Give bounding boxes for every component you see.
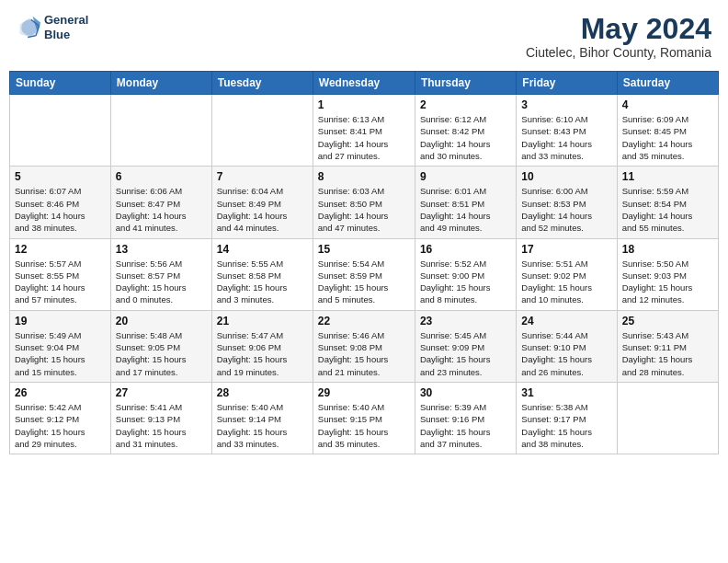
day-number: 5: [15, 170, 106, 183]
calendar-cell: 28Sunrise: 5:40 AM Sunset: 9:14 PM Dayli…: [211, 382, 313, 454]
day-info: Sunrise: 6:06 AM Sunset: 8:47 PM Dayligh…: [116, 185, 207, 234]
calendar-cell: [211, 95, 313, 167]
day-info: Sunrise: 5:49 AM Sunset: 9:04 PM Dayligh…: [15, 329, 106, 378]
calendar-cell: 5Sunrise: 6:07 AM Sunset: 8:46 PM Daylig…: [10, 167, 111, 238]
calendar-cell: 11Sunrise: 5:59 AM Sunset: 8:54 PM Dayli…: [617, 167, 718, 238]
calendar-cell: 24Sunrise: 5:44 AM Sunset: 9:10 PM Dayli…: [517, 310, 617, 382]
day-info: Sunrise: 5:48 AM Sunset: 9:05 PM Dayligh…: [116, 329, 207, 378]
day-number: 25: [622, 315, 713, 327]
day-number: 9: [420, 170, 511, 183]
day-info: Sunrise: 5:57 AM Sunset: 8:55 PM Dayligh…: [15, 258, 106, 306]
day-number: 4: [622, 98, 713, 111]
day-info: Sunrise: 5:45 AM Sunset: 9:09 PM Dayligh…: [420, 329, 511, 378]
calendar-cell: 9Sunrise: 6:01 AM Sunset: 8:51 PM Daylig…: [415, 167, 516, 238]
day-info: Sunrise: 5:56 AM Sunset: 8:57 PM Dayligh…: [116, 258, 207, 306]
day-number: 31: [521, 386, 611, 399]
calendar-cell: 19Sunrise: 5:49 AM Sunset: 9:04 PM Dayli…: [10, 310, 111, 382]
day-info: Sunrise: 6:10 AM Sunset: 8:43 PM Dayligh…: [521, 113, 611, 162]
weekday-header-sunday: Sunday: [10, 72, 111, 95]
calendar-cell: 26Sunrise: 5:42 AM Sunset: 9:12 PM Dayli…: [10, 382, 111, 454]
day-info: Sunrise: 5:43 AM Sunset: 9:11 PM Dayligh…: [622, 329, 713, 378]
calendar-cell: 10Sunrise: 6:00 AM Sunset: 8:53 PM Dayli…: [517, 167, 617, 238]
day-number: 23: [420, 315, 511, 327]
day-info: Sunrise: 5:52 AM Sunset: 9:00 PM Dayligh…: [420, 258, 511, 306]
day-number: 14: [217, 243, 308, 256]
day-info: Sunrise: 5:42 AM Sunset: 9:12 PM Dayligh…: [15, 401, 106, 450]
week-row-5: 26Sunrise: 5:42 AM Sunset: 9:12 PM Dayli…: [10, 382, 719, 454]
day-number: 24: [521, 315, 611, 327]
calendar-cell: 12Sunrise: 5:57 AM Sunset: 8:55 PM Dayli…: [10, 238, 111, 310]
calendar-cell: 25Sunrise: 5:43 AM Sunset: 9:11 PM Dayli…: [617, 310, 718, 382]
day-number: 21: [217, 315, 308, 327]
calendar-cell: 27Sunrise: 5:41 AM Sunset: 9:13 PM Dayli…: [110, 382, 211, 454]
day-number: 8: [318, 170, 410, 183]
week-row-2: 5Sunrise: 6:07 AM Sunset: 8:46 PM Daylig…: [10, 167, 719, 238]
page-header: General Blue May 2024 Ciutelec, Bihor Co…: [9, 9, 719, 63]
calendar-cell: [617, 382, 718, 454]
day-number: 17: [521, 243, 611, 256]
day-info: Sunrise: 5:59 AM Sunset: 8:54 PM Dayligh…: [622, 185, 713, 234]
day-number: 30: [420, 386, 511, 399]
calendar-cell: [110, 95, 211, 167]
day-info: Sunrise: 5:51 AM Sunset: 9:02 PM Dayligh…: [521, 258, 611, 306]
day-number: 29: [318, 386, 410, 399]
day-number: 6: [116, 170, 207, 183]
day-number: 10: [521, 170, 611, 183]
calendar-cell: 14Sunrise: 5:55 AM Sunset: 8:58 PM Dayli…: [211, 238, 313, 310]
day-number: 7: [217, 170, 308, 183]
day-info: Sunrise: 5:40 AM Sunset: 9:15 PM Dayligh…: [318, 401, 410, 450]
day-info: Sunrise: 5:46 AM Sunset: 9:08 PM Dayligh…: [318, 329, 410, 378]
calendar-cell: 29Sunrise: 5:40 AM Sunset: 9:15 PM Dayli…: [313, 382, 415, 454]
weekday-header-row: SundayMondayTuesdayWednesdayThursdayFrid…: [10, 72, 719, 95]
weekday-header-monday: Monday: [110, 72, 211, 95]
logo-text: General Blue: [44, 13, 88, 41]
calendar-cell: 23Sunrise: 5:45 AM Sunset: 9:09 PM Dayli…: [415, 310, 516, 382]
day-info: Sunrise: 6:00 AM Sunset: 8:53 PM Dayligh…: [521, 185, 611, 234]
week-row-4: 19Sunrise: 5:49 AM Sunset: 9:04 PM Dayli…: [10, 310, 719, 382]
calendar-cell: 21Sunrise: 5:47 AM Sunset: 9:06 PM Dayli…: [211, 310, 313, 382]
calendar-cell: 20Sunrise: 5:48 AM Sunset: 9:05 PM Dayli…: [110, 310, 211, 382]
calendar-subtitle: Ciutelec, Bihor County, Romania: [526, 45, 711, 60]
day-number: 13: [116, 243, 207, 256]
day-number: 20: [116, 315, 207, 327]
day-info: Sunrise: 6:13 AM Sunset: 8:41 PM Dayligh…: [318, 113, 410, 162]
day-info: Sunrise: 5:39 AM Sunset: 9:16 PM Dayligh…: [420, 401, 511, 450]
day-info: Sunrise: 5:54 AM Sunset: 8:59 PM Dayligh…: [318, 258, 410, 306]
calendar-cell: 17Sunrise: 5:51 AM Sunset: 9:02 PM Dayli…: [517, 238, 617, 310]
weekday-header-tuesday: Tuesday: [211, 72, 313, 95]
title-block: May 2024 Ciutelec, Bihor County, Romania: [526, 13, 711, 60]
day-info: Sunrise: 6:03 AM Sunset: 8:50 PM Dayligh…: [318, 185, 410, 234]
weekday-header-thursday: Thursday: [415, 72, 516, 95]
day-number: 19: [15, 315, 106, 327]
day-number: 26: [15, 386, 106, 399]
day-number: 15: [318, 243, 410, 256]
day-number: 11: [622, 170, 713, 183]
day-number: 27: [116, 386, 207, 399]
day-number: 2: [420, 98, 511, 111]
day-info: Sunrise: 6:07 AM Sunset: 8:46 PM Dayligh…: [15, 185, 106, 234]
day-info: Sunrise: 5:50 AM Sunset: 9:03 PM Dayligh…: [622, 258, 713, 306]
calendar-cell: 4Sunrise: 6:09 AM Sunset: 8:45 PM Daylig…: [617, 95, 718, 167]
calendar-cell: 18Sunrise: 5:50 AM Sunset: 9:03 PM Dayli…: [617, 238, 718, 310]
logo-icon: [17, 15, 42, 40]
calendar-cell: 22Sunrise: 5:46 AM Sunset: 9:08 PM Dayli…: [313, 310, 415, 382]
weekday-header-saturday: Saturday: [617, 72, 718, 95]
logo: General Blue: [17, 13, 88, 41]
calendar-cell: 13Sunrise: 5:56 AM Sunset: 8:57 PM Dayli…: [110, 238, 211, 310]
day-info: Sunrise: 6:09 AM Sunset: 8:45 PM Dayligh…: [622, 113, 713, 162]
calendar-cell: 16Sunrise: 5:52 AM Sunset: 9:00 PM Dayli…: [415, 238, 516, 310]
calendar-cell: 6Sunrise: 6:06 AM Sunset: 8:47 PM Daylig…: [110, 167, 211, 238]
day-info: Sunrise: 5:38 AM Sunset: 9:17 PM Dayligh…: [521, 401, 611, 450]
calendar-cell: 31Sunrise: 5:38 AM Sunset: 9:17 PM Dayli…: [517, 382, 617, 454]
calendar-cell: 2Sunrise: 6:12 AM Sunset: 8:42 PM Daylig…: [415, 95, 516, 167]
day-info: Sunrise: 6:04 AM Sunset: 8:49 PM Dayligh…: [217, 185, 308, 234]
day-number: 3: [521, 98, 611, 111]
calendar-cell: 1Sunrise: 6:13 AM Sunset: 8:41 PM Daylig…: [313, 95, 415, 167]
day-info: Sunrise: 5:41 AM Sunset: 9:13 PM Dayligh…: [116, 401, 207, 450]
calendar-table: SundayMondayTuesdayWednesdayThursdayFrid…: [9, 71, 719, 454]
day-info: Sunrise: 6:12 AM Sunset: 8:42 PM Dayligh…: [420, 113, 511, 162]
weekday-header-wednesday: Wednesday: [313, 72, 415, 95]
day-number: 22: [318, 315, 410, 327]
day-number: 12: [15, 243, 106, 256]
calendar-title: May 2024: [526, 13, 711, 45]
